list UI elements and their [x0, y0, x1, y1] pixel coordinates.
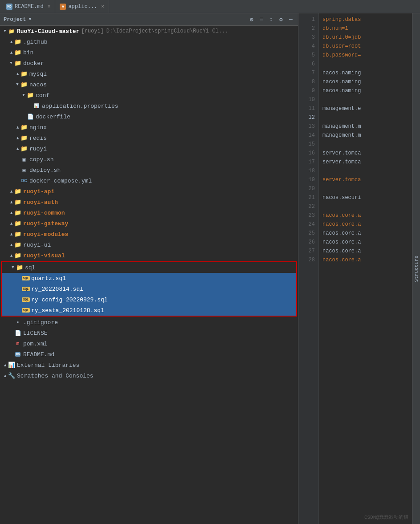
tree-item-ry-seata-sql[interactable]: SQL ry_seata_20210128.sql	[2, 305, 296, 316]
deploy-sh-label: deploy.sh	[29, 167, 61, 174]
code-line-23: nacos.core.a	[322, 211, 408, 220]
tab-applic[interactable]: A applic... ×	[55, 0, 109, 13]
line-num-26: 26	[298, 238, 315, 247]
line-num-9: 9	[298, 86, 315, 95]
minimize-icon[interactable]: —	[287, 16, 294, 23]
tree-item-app-props[interactable]: 📊 application.properties	[0, 101, 298, 111]
external-arrow: ▶	[2, 362, 8, 368]
tree-item-redis[interactable]: ▶ 📁 redis	[0, 133, 298, 143]
tree-root[interactable]: ▼ 📁 RuoYi-Cloud-master [ruoyi] D:\IdeaPr…	[0, 26, 298, 37]
docker-compose-label: docker-compose.yml	[29, 178, 92, 184]
line-num-27: 27	[298, 247, 315, 256]
tree-item-docker[interactable]: ▼ 📁 docker	[0, 58, 298, 69]
line-num-18: 18	[298, 167, 315, 175]
docker-folder-icon: 📁	[14, 60, 21, 66]
tree-item-conf[interactable]: ▼ 📁 conf	[0, 90, 298, 101]
line-num-23: 23	[298, 211, 315, 220]
tree-item-mysql[interactable]: ▶ 📁 mysql	[0, 69, 298, 79]
tree-item-scratches[interactable]: ▶ 🔧 Scratches and Consoles	[0, 370, 298, 381]
conf-label: conf	[36, 92, 49, 99]
tree-item-ruoyi-ui[interactable]: ▶ 📁 ruoyi-ui	[0, 240, 298, 250]
ruoyi-common-arrow: ▶	[8, 210, 14, 216]
tree-item-gitignore[interactable]: ▪ .gitignore	[0, 317, 298, 328]
tree-item-dockerfile[interactable]: 📄 dockerfile	[0, 111, 298, 122]
ry-sql-label: ry_20220814.sql	[31, 286, 83, 292]
code-line-9: nacos.naming	[322, 86, 408, 95]
tree-item-license[interactable]: 📄 LICENSE	[0, 328, 298, 338]
tab-applic-label: applic...	[68, 4, 97, 10]
line-num-1: 1	[298, 15, 315, 24]
tree-item-ruoyi-visual[interactable]: ▶ 📁 ruoyi-visual	[0, 250, 298, 261]
code-line-4: db.user=root	[322, 42, 408, 51]
line-num-17: 17	[298, 158, 315, 167]
ruoyi-api-icon: 📁	[14, 188, 21, 195]
tab-applic-close[interactable]: ×	[101, 4, 104, 9]
ry-config-sql-icon: SQL	[22, 297, 29, 303]
tab-readme-close[interactable]: ×	[48, 4, 51, 9]
applic-icon: A	[60, 4, 66, 10]
mysql-label: mysql	[29, 71, 47, 77]
line-num-24: 24	[298, 220, 315, 229]
line-num-11: 11	[298, 104, 315, 113]
code-line-7: nacos.naming	[322, 69, 408, 77]
tree-item-bin[interactable]: ▶ 📁 bin	[0, 47, 298, 58]
settings-icon[interactable]: ⚙	[248, 16, 255, 23]
tree-item-github[interactable]: ▶ 📁 .github	[0, 37, 298, 47]
redis-arrow: ▶	[14, 135, 20, 141]
tree-item-ruoyi-modules[interactable]: ▶ 📁 ruoyi-modules	[0, 229, 298, 240]
conf-arrow: ▼	[20, 92, 27, 98]
layout-icon[interactable]: ≡	[258, 16, 265, 23]
code-line-18	[322, 167, 408, 175]
code-line-3: db.url.0=jdb	[322, 33, 408, 42]
main-area: Project ▼ ⚙ ≡ ↕ ⚙ — ▼ 📁 RuoYi-Cloud-mast…	[0, 13, 420, 524]
tree-item-ruoyi-auth[interactable]: ▶ 📁 ruoyi-auth	[0, 197, 298, 207]
tree-item-docker-compose[interactable]: DC docker-compose.yml	[0, 175, 298, 186]
scratches-arrow: ▶	[2, 373, 8, 379]
tab-readme[interactable]: MD README.md ×	[2, 0, 55, 13]
root-arrow: ▼	[2, 28, 8, 34]
code-line-14: management.m	[322, 131, 408, 140]
tree-item-readme[interactable]: MD README.md	[0, 349, 298, 360]
gitignore-label: .gitignore	[23, 319, 58, 326]
tree-item-ruoyi-gateway[interactable]: ▶ 📁 ruoyi-gateway	[0, 218, 298, 229]
tree-item-quartz-sql[interactable]: SQL quartz.sql	[2, 273, 296, 284]
bin-label: bin	[23, 49, 33, 56]
code-line-1: spring.datas	[322, 15, 408, 24]
docker-compose-icon: DC	[20, 178, 28, 184]
line-num-4: 4	[298, 42, 315, 51]
tree-item-ruoyi-sub[interactable]: ▶ 📁 ruoyi	[0, 143, 298, 154]
code-line-20	[322, 184, 408, 193]
ruoyi-auth-label: ruoyi-auth	[23, 199, 58, 206]
tree-item-ry-config-sql[interactable]: SQL ry_config_20220929.sql	[2, 294, 296, 305]
gear-icon[interactable]: ⚙	[277, 16, 285, 23]
structure-label: Structure	[413, 252, 420, 285]
code-line-21: nacos.securi	[322, 193, 408, 202]
tree-item-pom[interactable]: m pom.xml	[0, 338, 298, 349]
code-line-10	[322, 95, 408, 104]
code-line-11: management.e	[322, 104, 408, 113]
tree-item-nacos[interactable]: ▼ 📁 nacos	[0, 79, 298, 90]
app-props-icon: 📊	[33, 103, 40, 109]
tree-item-ruoyi-api[interactable]: ▶ 📁 ruoyi-api	[0, 186, 298, 197]
line-num-28: 28	[298, 256, 315, 264]
tree-item-copy-sh[interactable]: ▣ copy.sh	[0, 154, 298, 165]
line-num-13: 13	[298, 122, 315, 131]
collapse-icon[interactable]: ↕	[268, 16, 275, 23]
ry-seata-sql-icon: SQL	[22, 307, 29, 313]
bin-arrow: ▶	[8, 49, 14, 56]
code-line-17: server.tomca	[322, 158, 408, 167]
ruoyi-ui-label: ruoyi-ui	[23, 242, 51, 248]
tree-item-sql[interactable]: ▼ 📁 sql	[2, 262, 296, 273]
project-chevron[interactable]: ▼	[29, 17, 31, 22]
tree-item-external[interactable]: ▶ 📊 External Libraries	[0, 360, 298, 370]
code-line-27: nacos.core.a	[322, 247, 408, 256]
tree-item-deploy-sh[interactable]: ▣ deploy.sh	[0, 165, 298, 175]
root-path: D:\IdeaProject\springCloud\RuoYi-Cl...	[106, 28, 228, 34]
tree-item-ruoyi-common[interactable]: ▶ 📁 ruoyi-common	[0, 207, 298, 218]
readme-icon: MD	[14, 351, 21, 357]
root-label: RuoYi-Cloud-master	[17, 28, 79, 35]
tree-item-nginx[interactable]: ▶ 📁 nginx	[0, 122, 298, 133]
tree-item-ry-sql[interactable]: SQL ry_20220814.sql	[2, 284, 296, 294]
structure-tab[interactable]: Structure	[412, 13, 420, 524]
md-icon: MD	[6, 4, 12, 10]
